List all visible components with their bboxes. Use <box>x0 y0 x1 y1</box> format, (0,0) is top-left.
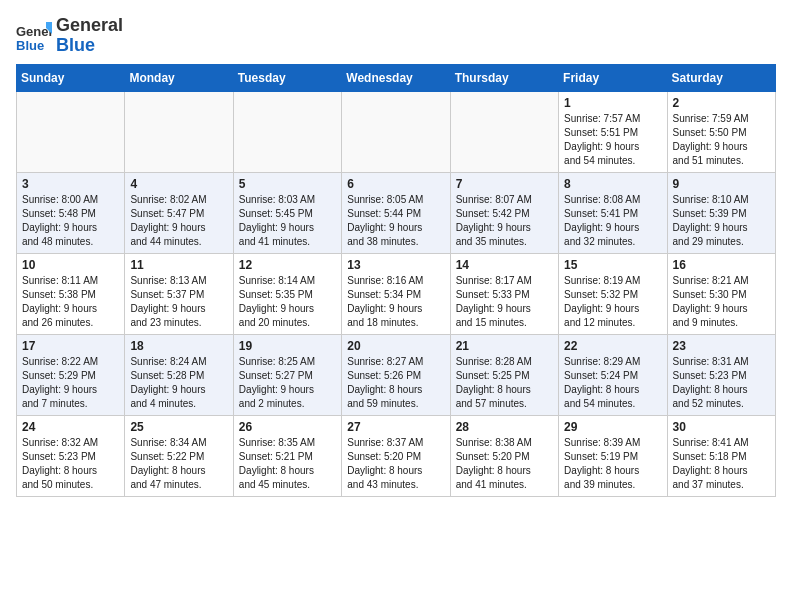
calendar-cell: 20Sunrise: 8:27 AM Sunset: 5:26 PM Dayli… <box>342 334 450 415</box>
day-number: 7 <box>456 177 553 191</box>
col-header-thursday: Thursday <box>450 64 558 91</box>
calendar-cell: 6Sunrise: 8:05 AM Sunset: 5:44 PM Daylig… <box>342 172 450 253</box>
col-header-saturday: Saturday <box>667 64 775 91</box>
logo: General Blue GeneralBlue <box>16 16 123 56</box>
calendar-cell: 21Sunrise: 8:28 AM Sunset: 5:25 PM Dayli… <box>450 334 558 415</box>
col-header-monday: Monday <box>125 64 233 91</box>
calendar-cell: 12Sunrise: 8:14 AM Sunset: 5:35 PM Dayli… <box>233 253 341 334</box>
col-header-wednesday: Wednesday <box>342 64 450 91</box>
day-number: 3 <box>22 177 119 191</box>
calendar-cell: 13Sunrise: 8:16 AM Sunset: 5:34 PM Dayli… <box>342 253 450 334</box>
calendar-cell: 18Sunrise: 8:24 AM Sunset: 5:28 PM Dayli… <box>125 334 233 415</box>
day-number: 21 <box>456 339 553 353</box>
day-number: 17 <box>22 339 119 353</box>
day-info: Sunrise: 8:32 AM Sunset: 5:23 PM Dayligh… <box>22 436 119 492</box>
calendar-cell: 27Sunrise: 8:37 AM Sunset: 5:20 PM Dayli… <box>342 415 450 496</box>
day-number: 25 <box>130 420 227 434</box>
day-number: 26 <box>239 420 336 434</box>
day-number: 18 <box>130 339 227 353</box>
calendar-cell: 29Sunrise: 8:39 AM Sunset: 5:19 PM Dayli… <box>559 415 667 496</box>
calendar-cell: 16Sunrise: 8:21 AM Sunset: 5:30 PM Dayli… <box>667 253 775 334</box>
day-number: 1 <box>564 96 661 110</box>
svg-text:Blue: Blue <box>16 38 44 53</box>
day-number: 19 <box>239 339 336 353</box>
calendar-cell: 2Sunrise: 7:59 AM Sunset: 5:50 PM Daylig… <box>667 91 775 172</box>
day-number: 16 <box>673 258 770 272</box>
calendar-cell <box>450 91 558 172</box>
day-number: 8 <box>564 177 661 191</box>
day-info: Sunrise: 8:25 AM Sunset: 5:27 PM Dayligh… <box>239 355 336 411</box>
calendar-week-5: 24Sunrise: 8:32 AM Sunset: 5:23 PM Dayli… <box>17 415 776 496</box>
day-number: 15 <box>564 258 661 272</box>
day-info: Sunrise: 8:38 AM Sunset: 5:20 PM Dayligh… <box>456 436 553 492</box>
col-header-tuesday: Tuesday <box>233 64 341 91</box>
calendar-cell: 25Sunrise: 8:34 AM Sunset: 5:22 PM Dayli… <box>125 415 233 496</box>
day-info: Sunrise: 7:57 AM Sunset: 5:51 PM Dayligh… <box>564 112 661 168</box>
col-header-friday: Friday <box>559 64 667 91</box>
day-number: 28 <box>456 420 553 434</box>
col-header-sunday: Sunday <box>17 64 125 91</box>
calendar-cell: 17Sunrise: 8:22 AM Sunset: 5:29 PM Dayli… <box>17 334 125 415</box>
calendar-cell: 22Sunrise: 8:29 AM Sunset: 5:24 PM Dayli… <box>559 334 667 415</box>
day-number: 4 <box>130 177 227 191</box>
day-info: Sunrise: 8:08 AM Sunset: 5:41 PM Dayligh… <box>564 193 661 249</box>
day-info: Sunrise: 8:13 AM Sunset: 5:37 PM Dayligh… <box>130 274 227 330</box>
day-info: Sunrise: 8:21 AM Sunset: 5:30 PM Dayligh… <box>673 274 770 330</box>
calendar-cell <box>342 91 450 172</box>
calendar-week-1: 1Sunrise: 7:57 AM Sunset: 5:51 PM Daylig… <box>17 91 776 172</box>
day-info: Sunrise: 8:39 AM Sunset: 5:19 PM Dayligh… <box>564 436 661 492</box>
day-number: 20 <box>347 339 444 353</box>
day-info: Sunrise: 8:10 AM Sunset: 5:39 PM Dayligh… <box>673 193 770 249</box>
day-number: 30 <box>673 420 770 434</box>
day-info: Sunrise: 8:34 AM Sunset: 5:22 PM Dayligh… <box>130 436 227 492</box>
day-number: 22 <box>564 339 661 353</box>
day-info: Sunrise: 8:11 AM Sunset: 5:38 PM Dayligh… <box>22 274 119 330</box>
day-info: Sunrise: 8:35 AM Sunset: 5:21 PM Dayligh… <box>239 436 336 492</box>
calendar-cell <box>125 91 233 172</box>
day-info: Sunrise: 8:00 AM Sunset: 5:48 PM Dayligh… <box>22 193 119 249</box>
day-info: Sunrise: 8:16 AM Sunset: 5:34 PM Dayligh… <box>347 274 444 330</box>
day-number: 11 <box>130 258 227 272</box>
day-info: Sunrise: 8:27 AM Sunset: 5:26 PM Dayligh… <box>347 355 444 411</box>
calendar-cell <box>233 91 341 172</box>
day-info: Sunrise: 8:29 AM Sunset: 5:24 PM Dayligh… <box>564 355 661 411</box>
day-number: 23 <box>673 339 770 353</box>
day-number: 14 <box>456 258 553 272</box>
calendar-cell: 28Sunrise: 8:38 AM Sunset: 5:20 PM Dayli… <box>450 415 558 496</box>
day-info: Sunrise: 8:17 AM Sunset: 5:33 PM Dayligh… <box>456 274 553 330</box>
day-number: 13 <box>347 258 444 272</box>
day-info: Sunrise: 8:07 AM Sunset: 5:42 PM Dayligh… <box>456 193 553 249</box>
calendar-week-4: 17Sunrise: 8:22 AM Sunset: 5:29 PM Dayli… <box>17 334 776 415</box>
day-number: 12 <box>239 258 336 272</box>
calendar-cell: 7Sunrise: 8:07 AM Sunset: 5:42 PM Daylig… <box>450 172 558 253</box>
day-info: Sunrise: 8:37 AM Sunset: 5:20 PM Dayligh… <box>347 436 444 492</box>
calendar-cell: 4Sunrise: 8:02 AM Sunset: 5:47 PM Daylig… <box>125 172 233 253</box>
day-info: Sunrise: 8:02 AM Sunset: 5:47 PM Dayligh… <box>130 193 227 249</box>
calendar-cell: 14Sunrise: 8:17 AM Sunset: 5:33 PM Dayli… <box>450 253 558 334</box>
day-info: Sunrise: 7:59 AM Sunset: 5:50 PM Dayligh… <box>673 112 770 168</box>
day-number: 27 <box>347 420 444 434</box>
calendar-cell: 9Sunrise: 8:10 AM Sunset: 5:39 PM Daylig… <box>667 172 775 253</box>
calendar-header-row: SundayMondayTuesdayWednesdayThursdayFrid… <box>17 64 776 91</box>
page-header: General Blue GeneralBlue <box>16 16 776 56</box>
calendar-cell: 1Sunrise: 7:57 AM Sunset: 5:51 PM Daylig… <box>559 91 667 172</box>
day-number: 24 <box>22 420 119 434</box>
calendar-cell: 19Sunrise: 8:25 AM Sunset: 5:27 PM Dayli… <box>233 334 341 415</box>
day-number: 9 <box>673 177 770 191</box>
calendar-cell <box>17 91 125 172</box>
day-info: Sunrise: 8:41 AM Sunset: 5:18 PM Dayligh… <box>673 436 770 492</box>
day-info: Sunrise: 8:19 AM Sunset: 5:32 PM Dayligh… <box>564 274 661 330</box>
calendar: SundayMondayTuesdayWednesdayThursdayFrid… <box>16 64 776 497</box>
calendar-cell: 26Sunrise: 8:35 AM Sunset: 5:21 PM Dayli… <box>233 415 341 496</box>
day-info: Sunrise: 8:03 AM Sunset: 5:45 PM Dayligh… <box>239 193 336 249</box>
calendar-cell: 10Sunrise: 8:11 AM Sunset: 5:38 PM Dayli… <box>17 253 125 334</box>
calendar-cell: 5Sunrise: 8:03 AM Sunset: 5:45 PM Daylig… <box>233 172 341 253</box>
calendar-cell: 11Sunrise: 8:13 AM Sunset: 5:37 PM Dayli… <box>125 253 233 334</box>
calendar-cell: 3Sunrise: 8:00 AM Sunset: 5:48 PM Daylig… <box>17 172 125 253</box>
day-info: Sunrise: 8:28 AM Sunset: 5:25 PM Dayligh… <box>456 355 553 411</box>
day-info: Sunrise: 8:22 AM Sunset: 5:29 PM Dayligh… <box>22 355 119 411</box>
calendar-cell: 8Sunrise: 8:08 AM Sunset: 5:41 PM Daylig… <box>559 172 667 253</box>
logo-text: GeneralBlue <box>56 16 123 56</box>
calendar-cell: 24Sunrise: 8:32 AM Sunset: 5:23 PM Dayli… <box>17 415 125 496</box>
calendar-cell: 30Sunrise: 8:41 AM Sunset: 5:18 PM Dayli… <box>667 415 775 496</box>
